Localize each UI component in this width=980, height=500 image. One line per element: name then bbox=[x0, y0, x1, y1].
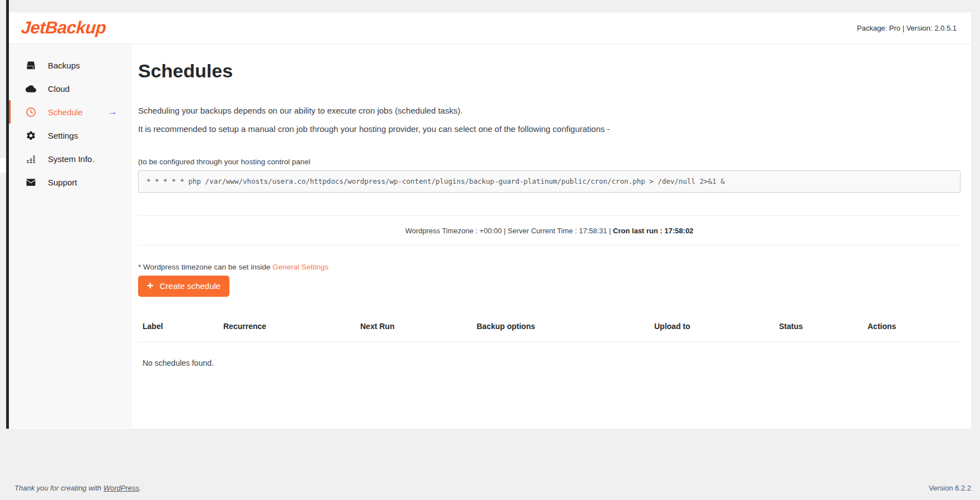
plugin-card: JetBackup Package: Pro | Version: 2.0.5.… bbox=[9, 12, 971, 429]
timezone-note: * Wordpress timezone can be set inside G… bbox=[138, 263, 961, 271]
column-header-actions: Actions bbox=[868, 322, 961, 331]
column-header-status: Status bbox=[779, 322, 868, 331]
column-header-recurrence: Recurrence bbox=[223, 322, 360, 331]
hard-drive-icon bbox=[26, 60, 36, 71]
divider bbox=[138, 342, 961, 342]
sidebar-item-label: Cloud bbox=[48, 84, 70, 94]
plugin-header: JetBackup Package: Pro | Version: 2.0.5.… bbox=[9, 12, 971, 44]
column-header-backup-options: Backup options bbox=[477, 322, 654, 331]
package-version-info: Package: Pro | Version: 2.0.5.1 bbox=[857, 24, 957, 32]
divider bbox=[138, 215, 961, 216]
sidebar-item-label: Support bbox=[48, 178, 77, 187]
timezone-status-line: Wordpress Timezone : +00:00 | Server Cur… bbox=[138, 227, 961, 235]
column-header-next-run: Next Run bbox=[360, 322, 477, 331]
intro-line-1: Scheduling your backups depends on our a… bbox=[138, 105, 961, 116]
sidebar-item-label: Backups bbox=[48, 61, 80, 70]
sidebar-item-cloud[interactable]: Cloud bbox=[9, 77, 131, 100]
sidebar-item-support[interactable]: Support bbox=[9, 170, 131, 194]
page-title: Schedules bbox=[138, 60, 961, 82]
sidebar-item-label: System Info. bbox=[48, 154, 94, 164]
create-schedule-button[interactable]: + Create schedule bbox=[138, 276, 229, 297]
sidebar: Backups Cloud Schedule → bbox=[9, 44, 131, 428]
wordpress-footer-thanks: Thank you for creating with WordPress. bbox=[14, 484, 141, 492]
timezone-status-text: Wordpress Timezone : +00:00 | Server Cur… bbox=[405, 227, 613, 235]
sidebar-item-label: Schedule bbox=[48, 107, 83, 117]
schedules-table-header: Label Recurrence Next Run Backup options… bbox=[138, 322, 961, 331]
wordpress-version: Version 6.2.2 bbox=[929, 484, 971, 492]
cron-caption: (to be configured through your hosting c… bbox=[138, 157, 961, 168]
general-settings-link[interactable]: General Settings bbox=[272, 263, 329, 271]
sidebar-item-schedule[interactable]: Schedule → bbox=[9, 100, 131, 124]
wp-admin-strip-notch bbox=[0, 158, 6, 173]
sidebar-item-label: Settings bbox=[48, 131, 78, 140]
empty-table-message: No schedules found. bbox=[138, 359, 961, 367]
intro-line-2: It is recommended to setup a manual cron… bbox=[138, 123, 961, 135]
column-header-upload-to: Upload to bbox=[654, 322, 779, 331]
envelope-icon bbox=[26, 177, 36, 188]
gear-icon bbox=[26, 130, 36, 141]
sidebar-item-backups[interactable]: Backups bbox=[9, 53, 131, 77]
right-arrow-icon: → bbox=[108, 106, 117, 117]
bar-chart-icon bbox=[26, 154, 36, 164]
clock-icon bbox=[26, 107, 36, 117]
jetbackup-logo: JetBackup bbox=[21, 18, 107, 38]
cron-last-run-text: Cron last run : 17:58:02 bbox=[613, 227, 694, 235]
sidebar-item-system-info[interactable]: System Info. bbox=[9, 147, 131, 170]
divider bbox=[138, 245, 961, 246]
column-header-label: Label bbox=[143, 322, 223, 331]
main-content: Schedules Scheduling your backups depend… bbox=[131, 44, 971, 428]
wordpress-link[interactable]: WordPress bbox=[104, 484, 139, 492]
cron-command-field[interactable]: * * * * * php /var/www/vhosts/usera.co/h… bbox=[138, 170, 961, 193]
create-schedule-label: Create schedule bbox=[160, 281, 220, 291]
cloud-icon bbox=[26, 84, 36, 94]
plus-icon: + bbox=[147, 280, 154, 291]
sidebar-item-settings[interactable]: Settings bbox=[9, 124, 131, 147]
